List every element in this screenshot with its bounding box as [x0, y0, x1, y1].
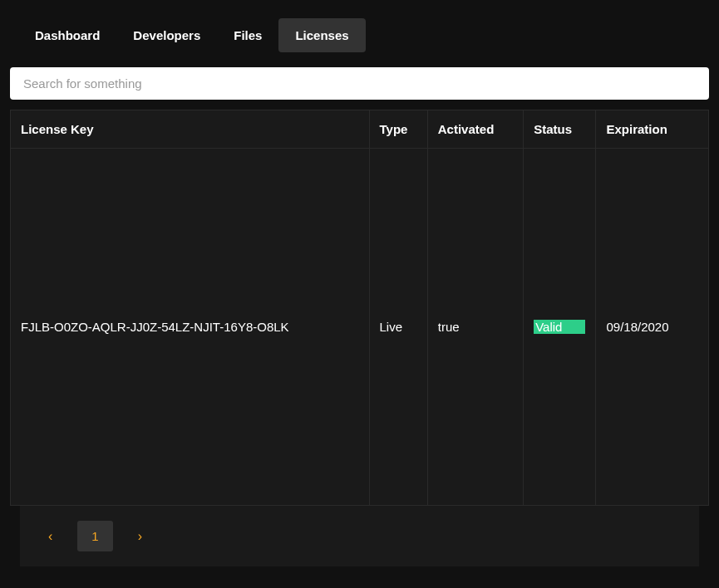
header-type: Type	[369, 110, 427, 149]
search-container	[0, 52, 719, 110]
pagination-prev[interactable]: ‹	[48, 529, 52, 544]
status-badge: Valid	[534, 320, 585, 334]
cell-expiration: 09/18/2020	[596, 149, 709, 506]
tab-dashboard[interactable]: Dashboard	[18, 18, 116, 52]
pagination-next[interactable]: ›	[138, 529, 142, 544]
pagination-page-1[interactable]: 1	[77, 521, 112, 551]
table-row[interactable]: FJLB-O0ZO-AQLR-JJ0Z-54LZ-NJIT-16Y8-O8LK …	[11, 149, 709, 506]
cell-activated: true	[427, 149, 523, 506]
cell-status: Valid	[524, 149, 596, 506]
header-status: Status	[524, 110, 596, 149]
search-input[interactable]	[10, 67, 709, 100]
table-wrapper: License Key Type Activated Status Expira…	[0, 110, 719, 566]
cell-type: Live	[369, 149, 427, 506]
tab-licenses[interactable]: Licenses	[278, 18, 365, 52]
header-license-key: License Key	[11, 110, 370, 149]
header-activated: Activated	[427, 110, 523, 149]
header-expiration: Expiration	[596, 110, 709, 149]
tab-developers[interactable]: Developers	[116, 18, 217, 52]
nav-tabs: Dashboard Developers Files Licenses	[0, 0, 719, 52]
cell-license-key: FJLB-O0ZO-AQLR-JJ0Z-54LZ-NJIT-16Y8-O8LK	[11, 149, 370, 506]
pagination: ‹ 1 ›	[20, 506, 699, 566]
licenses-table: License Key Type Activated Status Expira…	[10, 110, 709, 506]
tab-files[interactable]: Files	[217, 18, 278, 52]
